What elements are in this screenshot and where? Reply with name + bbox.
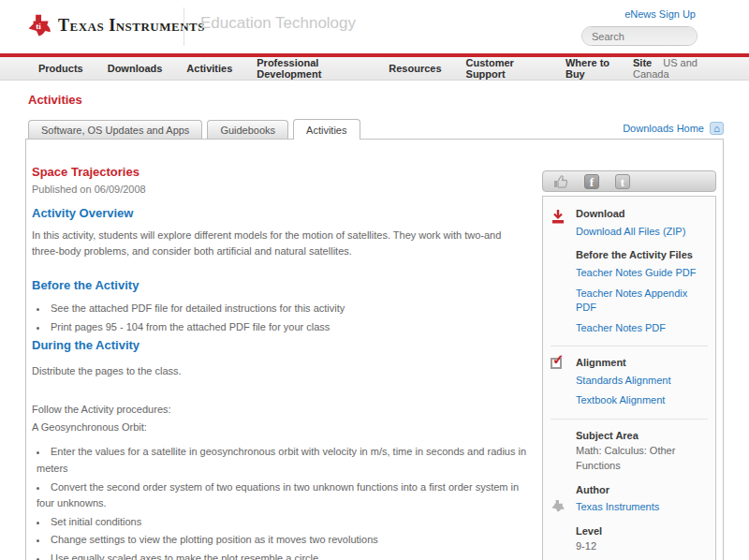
page-title: Activities [28,93,749,107]
facebook-icon[interactable]: f [584,174,599,189]
nav-item-downloads[interactable]: Downloads [95,63,175,74]
published-date: Published on 06/09/2008 [32,184,527,195]
list-item: See the attached PDF file for detailed i… [37,300,527,318]
level-heading: Level [576,525,708,537]
tab-software-os-updates[interactable]: Software, OS Updates and Apps [28,120,202,139]
level-value: 9-12 [576,539,708,554]
home-icon[interactable]: ⌂ [710,122,724,135]
search-box: » [581,26,698,46]
downloads-home: Downloads Home ⌂ [623,122,724,139]
svg-text:ti: ti [36,22,41,31]
nav-item-customer-support[interactable]: Customer Support [454,57,553,80]
nav-item-where-to-buy[interactable]: Where to Buy [553,57,633,80]
tab-content-panel: Space Trajectories Published on 06/09/20… [25,139,724,560]
list-item: Change settings to view the plotting pos… [37,531,527,550]
sidebar: f t Download Download All Files (ZIP) Be… [542,170,716,560]
like-icon[interactable] [553,174,568,189]
list-item: Use equally scaled axes to make the plot… [37,550,527,560]
list-item: Convert the second order system of two e… [37,479,527,513]
procedures-intro: Follow the Activity procedures: [32,402,527,418]
article-title: Space Trajectories [32,165,527,179]
tab-activities[interactable]: Activities [293,119,360,140]
downloads-home-link[interactable]: Downloads Home [623,123,704,134]
site-label: Site [633,57,652,68]
header-divider [184,7,184,46]
alignment-heading: Alignment [576,357,708,368]
standards-alignment-link[interactable]: Standards Alignment [576,374,708,388]
enews-signup-link[interactable]: eNews Sign Up [624,8,696,20]
nav-item-products[interactable]: Products [26,63,95,74]
social-share-bar: f t [542,170,716,192]
subject-area-value: Math: Calculus: Other Functions [576,444,708,474]
list-item: Print pages 95 - 104 from the attached P… [37,318,527,337]
nav-item-professional-development[interactable]: Professional Development [244,57,376,80]
download-section: Download Download All Files (ZIP) Before… [551,208,708,335]
search-input[interactable] [582,27,698,45]
download-heading: Download [576,208,708,219]
download-icon [551,209,565,225]
nav-item-activities[interactable]: Activities [174,63,244,74]
tab-bar: Software, OS Updates and Apps Guidebooks… [28,119,724,139]
before-activity-files-heading: Before the Activity Files [576,249,708,260]
ti-logo-icon: ti [26,13,51,38]
textbook-alignment-link[interactable]: Textbook Alignment [576,393,708,407]
before-activity-list: See the attached PDF file for detailed i… [32,300,527,336]
activity-details-box: Download Download All Files (ZIP) Before… [542,196,716,560]
tab-guidebooks[interactable]: Guidebooks [207,120,288,139]
alignment-checkbox-icon: ✓ [551,358,562,369]
main-nav: Products Downloads Activities Profession… [0,57,749,81]
teacher-notes-link[interactable]: Teacher Notes PDF [576,321,708,335]
author-heading: Author [576,484,708,495]
list-item: Enter the values for a satellite in geos… [37,443,527,478]
overview-heading: Activity Overview [32,206,527,220]
nav-item-resources[interactable]: Resources [376,63,453,74]
alignment-section: ✓ Alignment Standards Alignment Textbook… [551,346,708,408]
site-header: ti Texas Instruments Education Technolog… [0,0,749,53]
division-title: Education Technology [200,14,356,33]
ti-logo-lockup[interactable]: ti Texas Instruments [26,13,205,38]
geosynchronous-orbit-list: Enter the values for a satellite in geos… [32,443,527,560]
teacher-notes-appendix-link[interactable]: Teacher Notes Appendix PDF [576,287,708,316]
section-title-geosynchronous: A Geosynchronous Orbit: [32,420,527,435]
author-link[interactable]: Texas Instruments [576,501,659,512]
during-activity-heading: During the Activity [32,338,527,352]
article: Space Trajectories Published on 06/09/20… [26,140,542,560]
list-item: Set initial conditions [37,513,527,532]
site-region: Site US and Canada [633,57,719,80]
metadata-section: Subject Area Math: Calculus: Other Funct… [551,419,708,560]
subject-area-heading: Subject Area [576,430,708,441]
twitter-icon[interactable]: t [615,174,630,189]
ti-author-icon [551,499,565,513]
download-all-link[interactable]: Download All Files (ZIP) [576,225,708,239]
overview-text: In this activity, students will explore … [32,228,527,259]
during-activity-text: Distribute the pages to the class. [32,363,527,379]
before-activity-heading: Before the Activity [32,278,527,292]
teacher-notes-guide-link[interactable]: Teacher Notes Guide PDF [576,266,708,280]
